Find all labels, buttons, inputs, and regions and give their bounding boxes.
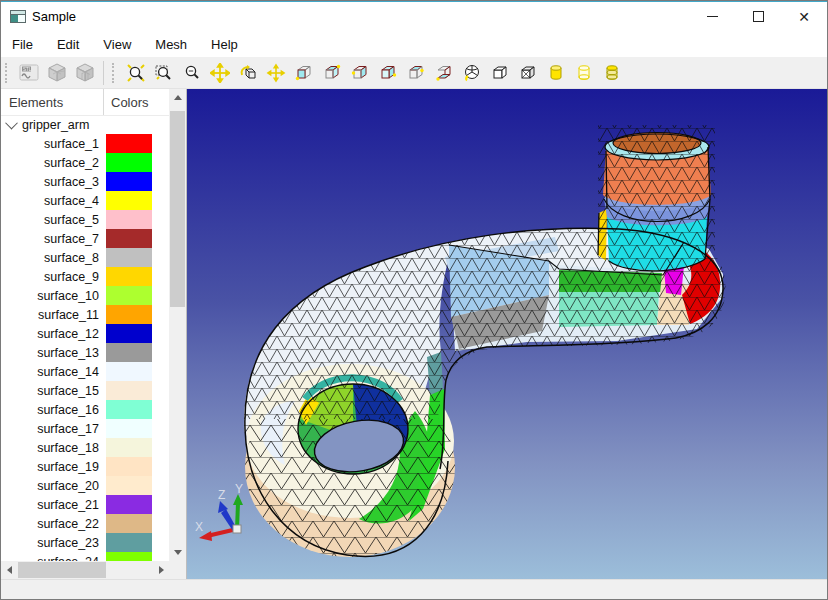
tree-item-surface_20[interactable]: surface_20	[1, 476, 170, 495]
horizontal-scrollbar[interactable]	[1, 561, 170, 579]
view-bottom-button[interactable]	[430, 60, 458, 86]
tree-item-surface_15[interactable]: surface_15	[1, 381, 170, 400]
color-swatch[interactable]	[106, 172, 152, 191]
cylinder-wireframe-button[interactable]	[570, 60, 598, 86]
scroll-right-button[interactable]	[153, 562, 170, 579]
color-swatch[interactable]	[106, 134, 152, 153]
tree-item-surface_24[interactable]: surface_24	[1, 552, 170, 561]
tree-item-surface_22[interactable]: surface_22	[1, 514, 170, 533]
tree-root-gripper-arm[interactable]: gripper_arm	[1, 115, 170, 134]
minimize-button[interactable]	[689, 2, 735, 31]
status-bar	[1, 579, 827, 600]
color-swatch[interactable]	[106, 248, 152, 267]
display-wireframe-button[interactable]	[486, 60, 514, 86]
vertical-scroll-thumb[interactable]	[170, 111, 185, 307]
color-swatch[interactable]	[106, 210, 152, 229]
maximize-icon	[753, 11, 764, 22]
column-header-colors[interactable]: Colors	[104, 89, 149, 115]
mesh-fine-button[interactable]	[71, 60, 99, 86]
tree-item-surface_4[interactable]: surface_4	[1, 191, 170, 210]
tree-item-surface_1[interactable]: surface_1	[1, 134, 170, 153]
display-shaded-button[interactable]	[514, 60, 542, 86]
tree-item-surface_9[interactable]: surface_9	[1, 267, 170, 286]
horizontal-scroll-thumb[interactable]	[18, 562, 106, 578]
color-swatch[interactable]	[106, 305, 152, 324]
color-swatch[interactable]	[106, 343, 152, 362]
color-swatch[interactable]	[106, 438, 152, 457]
tree-item-surface_3[interactable]: surface_3	[1, 172, 170, 191]
color-swatch[interactable]	[106, 514, 152, 533]
color-swatch[interactable]	[106, 191, 152, 210]
tree-item-surface_12[interactable]: surface_12	[1, 324, 170, 343]
tree-item-surface_2[interactable]: surface_2	[1, 153, 170, 172]
surface-label: surface_2	[1, 156, 103, 170]
menu-edit[interactable]: Edit	[48, 31, 88, 57]
surface-label: surface_20	[1, 479, 103, 493]
scroll-down-button[interactable]	[169, 544, 186, 561]
tree-item-surface_17[interactable]: surface_17	[1, 419, 170, 438]
color-swatch[interactable]	[106, 267, 152, 286]
rotate-view-button[interactable]	[234, 60, 262, 86]
surface-label: surface_5	[1, 213, 103, 227]
tree-item-surface_18[interactable]: surface_18	[1, 438, 170, 457]
zoom-out-button[interactable]	[178, 60, 206, 86]
tree-item-surface_11[interactable]: surface_11	[1, 305, 170, 324]
tree-item-surface_23[interactable]: surface_23	[1, 533, 170, 552]
view-left-button[interactable]	[346, 60, 374, 86]
zoom-dynamic-button[interactable]	[122, 60, 150, 86]
color-swatch[interactable]	[106, 229, 152, 248]
import-stl-button[interactable]: STL	[15, 60, 43, 86]
color-swatch[interactable]	[106, 552, 152, 561]
view-back-button[interactable]	[318, 60, 346, 86]
tree-item-surface_21[interactable]: surface_21	[1, 495, 170, 514]
menu-mesh[interactable]: Mesh	[146, 31, 196, 57]
view-top-button[interactable]	[402, 60, 430, 86]
maximize-button[interactable]	[735, 2, 781, 31]
cylinder-clip-button[interactable]	[598, 60, 626, 86]
close-button[interactable]: ✕	[781, 2, 827, 31]
tree-item-surface_5[interactable]: surface_5	[1, 210, 170, 229]
vertical-scrollbar[interactable]	[169, 89, 186, 561]
scroll-up-button[interactable]	[169, 89, 186, 106]
color-swatch[interactable]	[106, 495, 152, 514]
toolbar-separator	[103, 61, 104, 85]
zoom-out-icon	[182, 63, 202, 83]
color-swatch[interactable]	[106, 457, 152, 476]
tree-item-surface_13[interactable]: surface_13	[1, 343, 170, 362]
toolbar-grip[interactable]	[5, 63, 12, 83]
tree-item-surface_8[interactable]: surface_8	[1, 248, 170, 267]
mesh-coarse-button[interactable]	[43, 60, 71, 86]
viewport-3d[interactable]: X Y Z	[187, 89, 828, 579]
fit-view-button[interactable]	[262, 60, 290, 86]
view-front-button[interactable]	[290, 60, 318, 86]
fit-view-icon	[266, 63, 286, 83]
menu-view[interactable]: View	[94, 31, 140, 57]
view-right-button[interactable]	[374, 60, 402, 86]
tree-item-surface_14[interactable]: surface_14	[1, 362, 170, 381]
tree-item-surface_7[interactable]: surface_7	[1, 229, 170, 248]
tree-item-surface_19[interactable]: surface_19	[1, 457, 170, 476]
surface-label: surface_11	[1, 308, 103, 322]
column-header-elements[interactable]: Elements	[1, 89, 104, 115]
tree-item-surface_10[interactable]: surface_10	[1, 286, 170, 305]
menu-help[interactable]: Help	[202, 31, 247, 57]
menu-file[interactable]: File	[3, 31, 42, 57]
color-swatch[interactable]	[106, 324, 152, 343]
color-swatch[interactable]	[106, 153, 152, 172]
view-iso-button[interactable]	[458, 60, 486, 86]
chevron-down-icon[interactable]	[5, 117, 18, 130]
color-swatch[interactable]	[106, 476, 152, 495]
color-swatch[interactable]	[106, 533, 152, 552]
pan-button[interactable]	[206, 60, 234, 86]
color-swatch[interactable]	[106, 419, 152, 438]
zoom-window-button[interactable]	[150, 60, 178, 86]
color-swatch[interactable]	[106, 400, 152, 419]
color-swatch[interactable]	[106, 286, 152, 305]
tree-item-surface_16[interactable]: surface_16	[1, 400, 170, 419]
color-swatch[interactable]	[106, 381, 152, 400]
toolbar-grip[interactable]	[112, 63, 119, 83]
color-swatch[interactable]	[106, 362, 152, 381]
close-icon: ✕	[798, 10, 810, 24]
cylinder-solid-button[interactable]	[542, 60, 570, 86]
scroll-left-button[interactable]	[1, 562, 18, 579]
